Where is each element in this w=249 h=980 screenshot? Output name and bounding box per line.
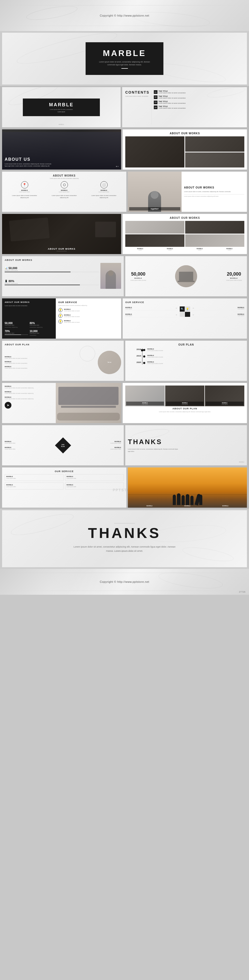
slide-our-plan-timeline: OUR PLAN 2018 MARBLE Lorem ipsum dolor s… [125, 340, 247, 381]
copyright-bottom: Copyright © http://www.pptstore.net [97, 577, 153, 587]
slide-about-plan-photos: MARBLE Lorem ipsum MARBLE Lorem ipsum MA… [123, 383, 247, 423]
footer-thanks-title: THANKS [88, 525, 161, 541]
title-slide: MARBLE Lorem ipsum dolor sit amet, conse… [2, 33, 247, 84]
slide-about-works-man: together! ABOUT OUR WORKS Lorem ipsum do… [128, 172, 247, 212]
s1-title: MARBLE [30, 102, 93, 108]
slide-marble-title: MARBLE Lorem ipsum dolor sit amet, conse… [2, 87, 121, 127]
slide-about-plan-circle: ABOUT OUR PLAN MARBLE Lorem ipsum dolor … [2, 340, 124, 381]
slide-list-laptop: MARBLE Lorem ipsum dolor sit amet consec… [2, 383, 121, 423]
slide-contents: CONTENTS Lorem ipsum dolor sit amet, con… [122, 87, 247, 127]
slide-thanks-mini: THANKS Lorem ipsum dolor sit amet, conse… [125, 425, 247, 465]
slide-hands-photo: ABOUT OUR WORKS [2, 214, 121, 254]
slide-about-works-icons: ABOUT WORKS Lorem ipsum dolor sit amet c… [2, 172, 126, 212]
slide-circular-stats: 50,000 MARBLE Lorem ipsum dolor sit amet… [125, 256, 247, 296]
slide-about-works-grid: ABOUT OUR WORKS MARBLELorem MARBLELorem … [123, 214, 247, 254]
slide-about-works-1: ABOUT OUR WORKS [123, 129, 247, 170]
slide-our-service-check: OUR SERVICE MARBLE Lorem ipsum → MARBLE … [123, 298, 247, 339]
main-title: MARBLE [99, 48, 150, 58]
main-subtitle: Lorem ipsum dolor sit amet, consectetur … [99, 60, 150, 66]
slide-silhouette-photo: MARBLE MARBLE MARBLE [128, 468, 247, 508]
copyright-top: Copyright © http://www.pptstore.net [97, 11, 153, 20]
footer-thanks-slide: THANKS Lorem ipsum dolor sit amet, conse… [2, 510, 247, 567]
slide-stats-man: ABOUT OUR WORKS 📊 50,000 MARBLE Lorem ip… [2, 256, 124, 296]
slide-about-us: ABOUT US Lorem ipsum dolor sit amet, con… [2, 129, 121, 170]
slide-diamond-plan: MARBLE Lorem ipsum dolor MARBLE Lorem ip… [2, 425, 124, 465]
slide-service-grid-alt: OUR SERVICE MARBLE Lorem ipsum dolor MAR… [2, 468, 126, 508]
slide-dark-works: ABOUT OUR WORKS Lorem ipsum dolor sit am… [2, 298, 121, 339]
footer-thanks-text: Lorem ipsum dolor sit amet, consectetur … [70, 545, 179, 553]
